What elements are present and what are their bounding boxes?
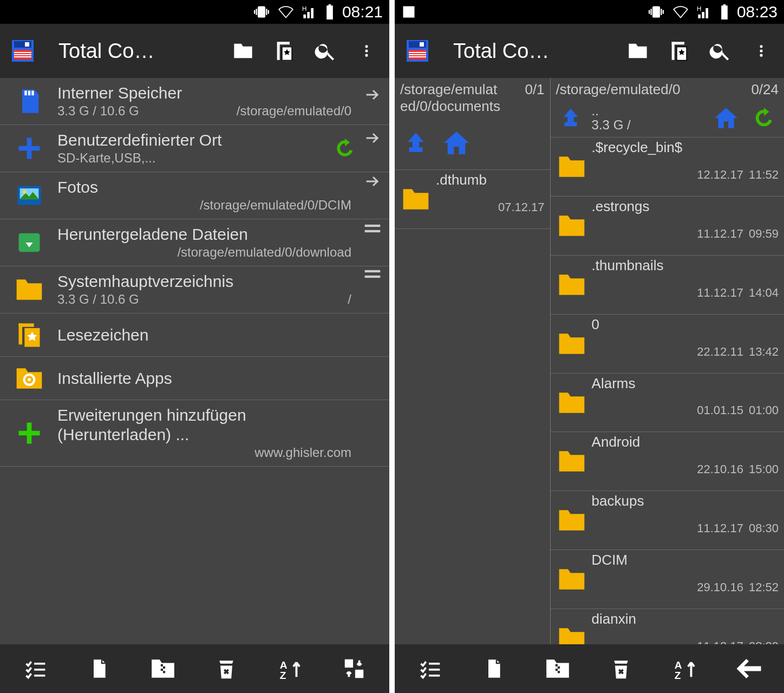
- svg-rect-18: [28, 91, 30, 96]
- bookmarks-icon[interactable]: [269, 36, 299, 66]
- home-icon[interactable]: [709, 101, 743, 135]
- svg-rect-55: [429, 663, 440, 665]
- zip-button[interactable]: [141, 651, 185, 687]
- folder-icon: [554, 154, 590, 180]
- svg-rect-33: [163, 666, 165, 669]
- delete-button[interactable]: [599, 651, 643, 687]
- svg-point-12: [365, 54, 368, 57]
- overflow-menu-icon[interactable]: [746, 36, 776, 66]
- file-row[interactable]: dianxin11.12.1708:29: [551, 609, 784, 644]
- svg-rect-49: [672, 42, 675, 60]
- split-body: /storage/emulated/0/documents 0/1 .dthum…: [395, 78, 784, 644]
- svg-rect-60: [555, 669, 557, 671]
- file-row[interactable]: .$recycle_bin$12.12.1711:52: [551, 138, 784, 197]
- phone-right: H 08:23 Total Co… /storage/emulated/0/do…: [395, 0, 784, 693]
- app-logo-icon: [8, 36, 38, 66]
- switch-button[interactable]: [332, 651, 376, 687]
- list-item[interactable]: Fotos/storage/emulated/0/DCIM: [0, 172, 389, 219]
- pane-left[interactable]: /storage/emulated/0/documents 0/1 .dthum…: [395, 78, 551, 644]
- file-name: Android: [592, 434, 781, 450]
- bottom-toolbar: AZ: [395, 644, 784, 693]
- bookmarks-icon[interactable]: [664, 36, 694, 66]
- svg-rect-56: [429, 669, 440, 671]
- list-item[interactable]: Heruntergeladene Dateien/storage/emulate…: [0, 219, 389, 266]
- file-row[interactable]: Alarms01.01.1501:00: [551, 374, 784, 433]
- download-icon: [4, 228, 54, 257]
- file-meta: 11.12.1708:29: [592, 627, 781, 644]
- list-item[interactable]: Erweiterungen hinzufügen (Herunterladen)…: [0, 400, 389, 467]
- file-meta: 22.10.1615:00: [592, 450, 781, 488]
- file-name: backups: [592, 493, 781, 509]
- file-row[interactable]: Android22.10.1615:00: [551, 432, 784, 491]
- pane-right-path: /storage/emulated/0: [556, 81, 681, 98]
- plus-blue-icon: [4, 134, 54, 162]
- pane-right-navtext: .. 3.3 G /: [592, 104, 704, 133]
- svg-rect-34: [160, 669, 162, 671]
- list-item[interactable]: Systemhauptverzeichnis3.3 G / 10.6 G/: [0, 266, 389, 313]
- svg-text:H: H: [302, 5, 306, 12]
- lines-icon[interactable]: [362, 269, 383, 279]
- list-item[interactable]: Interner Speicher3.3 G / 10.6 G/storage/…: [0, 78, 389, 125]
- bookmark-icon: [4, 321, 54, 349]
- status-bar: H 08:21: [0, 0, 389, 24]
- up-icon[interactable]: [399, 126, 433, 160]
- select-button[interactable]: [14, 651, 57, 687]
- side-indicators: [362, 86, 383, 279]
- file-name: .estrongs: [592, 199, 781, 215]
- file-name: .thumbnails: [592, 258, 781, 274]
- file-row[interactable]: .thumbnails11.12.1714:04: [551, 256, 784, 315]
- open-folder-icon[interactable]: [228, 36, 258, 66]
- svg-rect-17: [24, 91, 27, 96]
- svg-text:Z: Z: [675, 670, 681, 681]
- search-icon[interactable]: [705, 36, 735, 66]
- sort-button[interactable]: AZ: [663, 651, 707, 687]
- back-button[interactable]: [727, 651, 770, 687]
- app-title: Total Co…: [443, 40, 612, 63]
- list-item[interactable]: Installierte Apps: [0, 357, 389, 400]
- svg-rect-58: [555, 664, 557, 666]
- file-row[interactable]: .dthumb07.12.17: [395, 170, 550, 229]
- arrow-right-icon[interactable]: [362, 172, 383, 191]
- svg-rect-16: [365, 276, 381, 278]
- open-folder-icon[interactable]: [623, 36, 653, 66]
- list-item-title: Erweiterungen hinzufügen (Herunterladen)…: [57, 406, 355, 444]
- folder-icon: [554, 213, 590, 239]
- svg-rect-39: [355, 670, 363, 678]
- file-row[interactable]: DCIM29.10.1612:52: [551, 550, 784, 609]
- file-row[interactable]: 022.12.1113:42: [551, 315, 784, 374]
- pane-right-count: 0/24: [751, 81, 779, 98]
- svg-rect-35: [163, 671, 165, 673]
- zip-button[interactable]: [536, 651, 579, 687]
- delete-button[interactable]: [205, 651, 248, 687]
- svg-rect-13: [365, 225, 381, 227]
- svg-rect-30: [34, 669, 45, 671]
- svg-text:A: A: [280, 659, 288, 671]
- pane-left-path: /storage/emulated/0/documents: [400, 81, 501, 115]
- overflow-menu-icon[interactable]: [351, 36, 382, 66]
- app-title: Total Co…: [49, 40, 217, 63]
- file-row[interactable]: backups11.12.1708:30: [551, 491, 784, 550]
- arrow-right-icon[interactable]: [362, 86, 383, 104]
- list-item[interactable]: Benutzerdefinierter OrtSD-Karte,USB,...: [0, 125, 389, 172]
- svg-rect-44: [409, 54, 426, 55]
- sort-button[interactable]: AZ: [269, 651, 312, 687]
- battery-icon: [720, 4, 729, 19]
- copy-button[interactable]: [77, 651, 121, 687]
- list-item[interactable]: Lesezeichen: [0, 313, 389, 357]
- file-row[interactable]: .estrongs11.12.1709:59: [551, 197, 784, 256]
- up-icon[interactable]: [555, 102, 586, 134]
- copy-button[interactable]: [472, 651, 515, 687]
- search-icon[interactable]: [310, 36, 341, 66]
- select-button[interactable]: [408, 651, 452, 687]
- svg-text:A: A: [675, 659, 682, 671]
- folder-icon: [554, 566, 590, 592]
- reload-icon[interactable]: [748, 102, 780, 134]
- svg-point-11: [365, 49, 368, 52]
- file-meta: 11.12.1709:59: [592, 215, 781, 253]
- lines-icon[interactable]: [362, 223, 383, 234]
- arrow-right-icon[interactable]: [362, 129, 383, 147]
- pane-right-header: /storage/emulated/0 0/24: [551, 78, 784, 99]
- pane-right[interactable]: /storage/emulated/0 0/24 .. 3.3 G / .$re…: [551, 78, 784, 644]
- bottom-toolbar: AZ: [0, 644, 389, 693]
- home-icon[interactable]: [438, 125, 475, 161]
